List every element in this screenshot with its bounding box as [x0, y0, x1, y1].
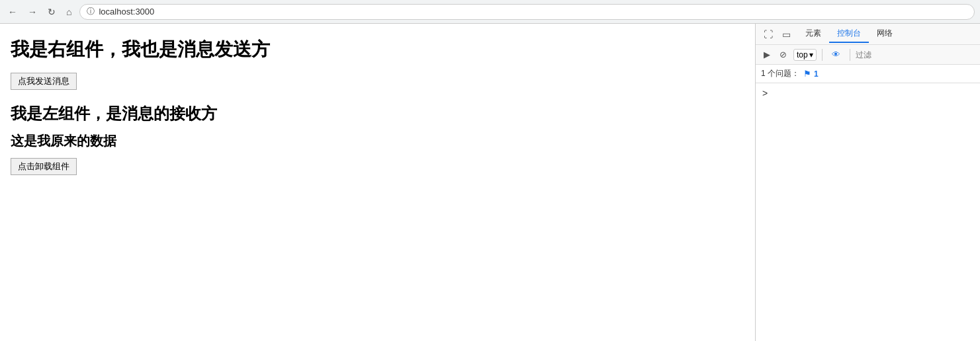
- tab-elements[interactable]: 元素: [797, 25, 829, 43]
- chevron-down-icon: ▾: [809, 50, 813, 59]
- issues-flag-icon: ⚑: [803, 69, 811, 79]
- eye-icon-button[interactable]: 👁: [828, 48, 844, 61]
- issues-badge[interactable]: ⚑ 1: [803, 69, 819, 79]
- home-button[interactable]: ⌂: [64, 5, 74, 19]
- address-bar[interactable]: ⓘ localhost:3000: [79, 4, 975, 20]
- issues-count: 1: [814, 69, 819, 79]
- device-icon-button[interactable]: ▭: [780, 28, 793, 41]
- devtools-tabs: 元素 控制台 网络: [797, 24, 975, 44]
- main-layout: 我是右组件，我也是消息发送方 点我发送消息 我是左组件，是消息的接收方 这是我原…: [0, 24, 980, 341]
- web-content: 我是右组件，我也是消息发送方 点我发送消息 我是左组件，是消息的接收方 这是我原…: [0, 24, 755, 341]
- send-message-button[interactable]: 点我发送消息: [11, 73, 77, 90]
- info-icon: ⓘ: [87, 6, 95, 17]
- tab-console[interactable]: 控制台: [829, 25, 869, 43]
- unload-component-button[interactable]: 点击卸载组件: [11, 158, 77, 175]
- filter-input[interactable]: [856, 50, 975, 59]
- right-component-title: 我是右组件，我也是消息发送方: [11, 37, 744, 62]
- issues-label: 1 个问题：: [761, 68, 799, 79]
- top-label: top: [797, 50, 808, 59]
- eye-icon: 👁: [832, 50, 840, 59]
- cursor-icon-button[interactable]: ⛶: [761, 28, 776, 41]
- play-icon: ▶: [764, 50, 770, 59]
- cursor-icon: ⛶: [764, 29, 773, 40]
- device-icon: ▭: [782, 29, 791, 40]
- devtools-content: >: [756, 83, 980, 341]
- left-component-title: 我是左组件，是消息的接收方: [11, 103, 744, 124]
- reload-button[interactable]: ↻: [45, 5, 58, 19]
- url-text: localhost:3000: [99, 7, 154, 17]
- browser-chrome: ← → ↻ ⌂ ⓘ localhost:3000: [0, 0, 980, 24]
- ban-icon: ⊘: [780, 50, 787, 59]
- forward-button[interactable]: →: [25, 5, 40, 19]
- separator: [822, 49, 823, 61]
- issues-bar: 1 个问题： ⚑ 1: [756, 65, 980, 83]
- top-context-select[interactable]: top ▾: [793, 49, 817, 61]
- devtools-toolbar: ⛶ ▭ 元素 控制台 网络: [756, 24, 980, 45]
- play-icon-button[interactable]: ▶: [761, 48, 773, 61]
- devtools-subtoolbar: ▶ ⊘ top ▾ 👁: [756, 45, 980, 65]
- data-label: 这是我原来的数据: [11, 132, 744, 150]
- tab-network[interactable]: 网络: [869, 25, 901, 43]
- ban-icon-button[interactable]: ⊘: [777, 48, 789, 61]
- back-button[interactable]: ←: [5, 5, 20, 19]
- separator2: [850, 49, 850, 61]
- devtools-panel: ⛶ ▭ 元素 控制台 网络 ▶ ⊘ top ▾: [755, 24, 980, 341]
- console-expand-arrow[interactable]: >: [761, 87, 769, 100]
